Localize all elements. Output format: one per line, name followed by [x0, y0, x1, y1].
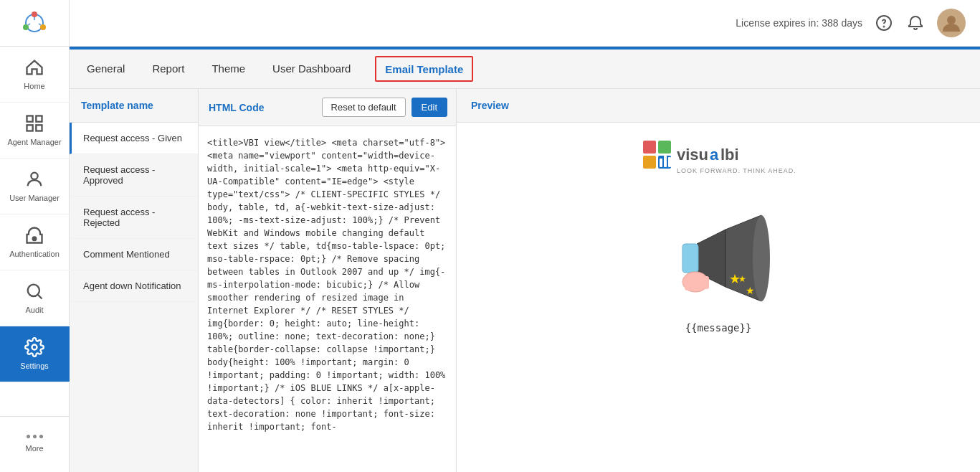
svg-rect-23 [660, 159, 662, 167]
svg-rect-36 [685, 276, 690, 291]
sidebar: Home Agent Manager User Manager Authenti… [0, 0, 70, 472]
help-icon[interactable] [874, 13, 894, 33]
license-text: License expires in: 388 days [736, 17, 862, 29]
sidebar-audit-label: Audit [25, 306, 43, 315]
svg-point-11 [31, 173, 37, 179]
template-item-comment-mentioned[interactable]: Comment Mentioned [70, 239, 198, 270]
svg-rect-7 [27, 115, 33, 121]
preview-title: Preview [471, 100, 509, 111]
svg-point-1 [32, 11, 37, 17]
svg-rect-19 [643, 141, 656, 154]
svg-text:a: a [710, 146, 719, 164]
svg-point-15 [32, 344, 37, 349]
user-avatar[interactable] [937, 9, 966, 37]
sidebar-item-audit[interactable]: Audit [0, 270, 70, 326]
notification-bell-icon[interactable] [905, 13, 926, 33]
header-buttons: Reset to default Edit [322, 98, 447, 117]
svg-rect-21 [658, 141, 671, 154]
sidebar-item-user-manager[interactable]: User Manager [0, 159, 70, 214]
sidebar-settings-label: Settings [20, 362, 49, 371]
template-list: Request access - Given Request access - … [70, 123, 198, 472]
svg-rect-20 [643, 156, 656, 169]
template-item-request-approved[interactable]: Request access - Approved [70, 154, 198, 197]
template-item-request-rejected[interactable]: Request access - Rejected [70, 197, 198, 239]
sidebar-item-more[interactable]: More [0, 416, 70, 472]
svg-text:LOOK FORWARD. THINK AHEAD.: LOOK FORWARD. THINK AHEAD. [677, 167, 796, 174]
template-name-header: Template name [81, 100, 153, 111]
sidebar-more-label: More [25, 444, 43, 453]
topbar: License expires in: 388 days [70, 0, 980, 47]
tab-email-template[interactable]: Email Template [375, 56, 473, 82]
svg-point-12 [33, 237, 37, 240]
svg-rect-38 [698, 275, 703, 290]
preview-megaphone-illustration: ★ ★ ★ [661, 204, 776, 308]
edit-button[interactable]: Edit [411, 98, 447, 117]
svg-text:visu: visu [677, 146, 708, 164]
svg-rect-10 [36, 125, 42, 131]
sidebar-item-authentication[interactable]: Authentication [0, 214, 70, 270]
svg-rect-25 [668, 157, 671, 167]
svg-text:lbi: lbi [720, 146, 739, 164]
sidebar-agent-label: Agent Manager [7, 138, 61, 147]
template-name-panel: Template name Request access - Given Req… [70, 89, 199, 472]
svg-point-13 [28, 285, 39, 296]
svg-point-30 [753, 215, 770, 301]
preview-content: visu a lbi LOOK FORWARD. THINK AHEAD. [457, 123, 980, 472]
preview-header: Preview [457, 89, 980, 123]
app-logo [0, 0, 70, 47]
sidebar-home-label: Home [24, 82, 44, 91]
template-item-agent-down[interactable]: Agent down Notification [70, 270, 198, 302]
preview-panel: Preview visu [457, 89, 980, 472]
sidebar-item-agent-manager[interactable]: Agent Manager [0, 103, 70, 159]
svg-point-3 [23, 24, 29, 30]
svg-text:★: ★ [738, 274, 746, 284]
svg-line-6 [28, 24, 30, 25]
tabs-bar: General Report Theme User Dashboard Emai… [70, 49, 980, 89]
more-dots-icon [27, 435, 43, 438]
html-code-header: HTML Code Reset to default Edit [199, 89, 456, 126]
svg-rect-37 [691, 274, 697, 290]
svg-rect-39 [704, 276, 709, 289]
svg-line-14 [38, 295, 42, 299]
tab-theme[interactable]: Theme [209, 49, 248, 89]
svg-rect-31 [682, 244, 698, 273]
html-code-panel: HTML Code Reset to default Edit <title>V… [199, 89, 457, 472]
sidebar-item-settings[interactable]: Settings [0, 326, 70, 382]
svg-rect-24 [664, 155, 667, 167]
svg-point-17 [884, 27, 885, 27]
template-name-column-header: Template name [70, 89, 198, 123]
svg-point-18 [947, 16, 956, 24]
sidebar-auth-label: Authentication [9, 250, 60, 259]
svg-rect-8 [36, 115, 42, 121]
preview-message-placeholder: {{message}} [685, 322, 752, 334]
main-content: License expires in: 388 days General Rep [70, 0, 980, 472]
reset-to-default-button[interactable]: Reset to default [322, 98, 406, 117]
template-item-request-given[interactable]: Request access - Given [70, 123, 198, 154]
html-code-area[interactable]: <title>VBI view</title> <meta charset="u… [199, 126, 456, 472]
html-code-header-label: HTML Code [209, 102, 316, 113]
svg-text:★: ★ [746, 285, 755, 296]
svg-line-5 [39, 24, 41, 25]
tab-user-dashboard[interactable]: User Dashboard [270, 49, 353, 89]
sidebar-user-label: User Manager [9, 194, 60, 203]
tab-general[interactable]: General [84, 49, 128, 89]
sidebar-item-home[interactable]: Home [0, 47, 70, 103]
preview-logo: visu a lbi LOOK FORWARD. THINK AHEAD. [639, 137, 797, 190]
split-layout: Template name Request access - Given Req… [70, 89, 980, 472]
svg-rect-9 [27, 125, 33, 131]
tab-report[interactable]: Report [149, 49, 187, 89]
svg-point-2 [40, 24, 46, 30]
